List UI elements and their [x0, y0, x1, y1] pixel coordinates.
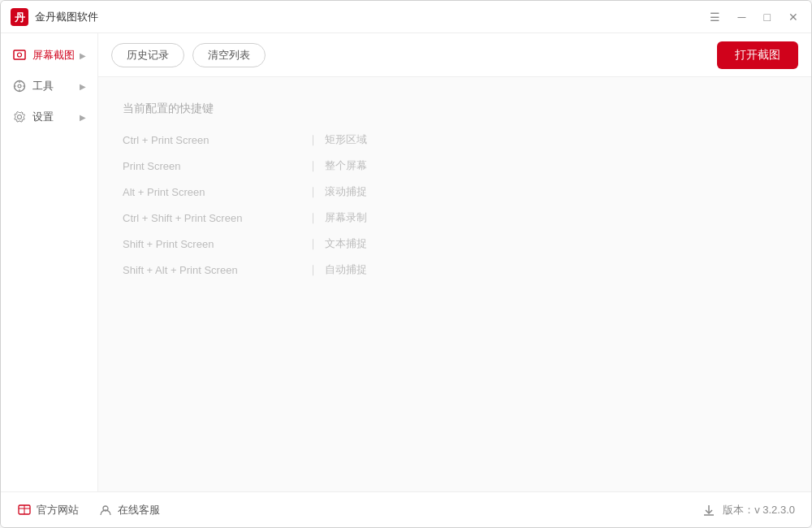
- shortcut-item: Shift + Print Screen｜文本捕捉: [123, 236, 787, 251]
- version-label: 版本：v 3.2.3.0: [723, 503, 795, 517]
- shortcut-key: Alt + Print Screen: [123, 186, 301, 198]
- online-support-icon: [98, 503, 113, 517]
- shortcut-key: Shift + Print Screen: [123, 238, 301, 250]
- content-body: 当前配置的快捷键 Ctrl + Print Screen｜矩形区域Print S…: [98, 77, 811, 491]
- shortcut-key: Ctrl + Print Screen: [123, 134, 301, 146]
- online-support-link[interactable]: 在线客服: [98, 503, 160, 517]
- sidebar-screenshot-label: 屏幕截图: [32, 48, 75, 63]
- footer-right: 版本：v 3.2.3.0: [702, 503, 795, 517]
- shortcut-list: Ctrl + Print Screen｜矩形区域Print Screen｜整个屏…: [123, 132, 787, 277]
- shortcut-separator: ｜: [308, 236, 318, 251]
- sidebar-item-screenshot[interactable]: 屏幕截图 ▶: [1, 40, 97, 71]
- clear-button[interactable]: 清空列表: [192, 43, 266, 67]
- shortcut-separator: ｜: [308, 210, 318, 225]
- tools-icon: [12, 79, 27, 93]
- shortcut-item: Shift + Alt + Print Screen｜自动捕捉: [123, 262, 787, 277]
- shortcut-description: 文本捕捉: [325, 236, 367, 251]
- shortcut-description: 矩形区域: [325, 132, 367, 147]
- shortcut-separator: ｜: [308, 132, 318, 147]
- download-icon: [702, 503, 716, 517]
- shortcut-item: Ctrl + Print Screen｜矩形区域: [123, 132, 787, 147]
- shortcut-description: 滚动捕捉: [325, 184, 367, 199]
- screenshot-icon: [12, 48, 27, 63]
- screenshot-arrow-icon: ▶: [80, 51, 86, 60]
- close-btn[interactable]: ✕: [785, 10, 801, 24]
- official-site-link[interactable]: 官方网站: [17, 503, 79, 517]
- sidebar-tools-label: 工具: [32, 79, 54, 93]
- shortcut-item: Print Screen｜整个屏幕: [123, 158, 787, 173]
- shortcut-item: Alt + Print Screen｜滚动捕捉: [123, 184, 787, 199]
- sidebar-item-settings[interactable]: 设置 ▶: [1, 102, 97, 132]
- official-site-icon: [17, 503, 32, 517]
- content-area: 历史记录 清空列表 打开截图 当前配置的快捷键 Ctrl + Print Scr…: [98, 33, 811, 491]
- section-title: 当前配置的快捷键: [123, 102, 787, 116]
- menu-btn[interactable]: ☰: [706, 10, 723, 24]
- shortcut-separator: ｜: [308, 158, 318, 173]
- footer-left: 官方网站 在线客服: [17, 503, 160, 517]
- settings-icon: [12, 110, 27, 124]
- svg-rect-2: [14, 50, 25, 59]
- settings-arrow-icon: ▶: [80, 113, 86, 122]
- footer: 官方网站 在线客服 版本：v 3.2.3.0: [1, 491, 811, 527]
- tools-arrow-icon: ▶: [80, 82, 86, 91]
- shortcut-separator: ｜: [308, 184, 318, 199]
- sidebar-item-tools[interactable]: 工具 ▶: [1, 71, 97, 102]
- svg-point-5: [18, 84, 21, 88]
- toolbar: 历史记录 清空列表 打开截图: [98, 33, 811, 77]
- svg-text:丹: 丹: [14, 11, 26, 24]
- maximize-btn[interactable]: □: [761, 10, 774, 24]
- history-button[interactable]: 历史记录: [111, 43, 184, 67]
- shortcut-key: Ctrl + Shift + Print Screen: [123, 212, 301, 224]
- shortcut-separator: ｜: [308, 262, 318, 277]
- shortcut-description: 自动捕捉: [325, 262, 367, 277]
- app-logo: 丹: [11, 8, 28, 26]
- shortcut-description: 整个屏幕: [325, 158, 367, 173]
- official-site-label: 官方网站: [37, 503, 79, 517]
- shortcut-description: 屏幕录制: [325, 210, 367, 225]
- main-layout: 屏幕截图 ▶ 工具 ▶: [1, 33, 811, 491]
- titlebar: 丹 金丹截图软件 ☰ ─ □ ✕: [1, 1, 811, 33]
- window-controls: ☰ ─ □ ✕: [706, 10, 801, 24]
- shortcut-item: Ctrl + Shift + Print Screen｜屏幕录制: [123, 210, 787, 225]
- sidebar: 屏幕截图 ▶ 工具 ▶: [1, 33, 98, 491]
- online-support-label: 在线客服: [118, 503, 160, 517]
- svg-point-3: [18, 53, 22, 57]
- minimize-btn[interactable]: ─: [735, 10, 749, 24]
- app-title: 金丹截图软件: [35, 10, 706, 24]
- sidebar-settings-label: 设置: [32, 110, 54, 124]
- shortcut-key: Print Screen: [123, 160, 301, 172]
- open-screenshot-button[interactable]: 打开截图: [717, 41, 798, 69]
- shortcut-key: Shift + Alt + Print Screen: [123, 264, 301, 276]
